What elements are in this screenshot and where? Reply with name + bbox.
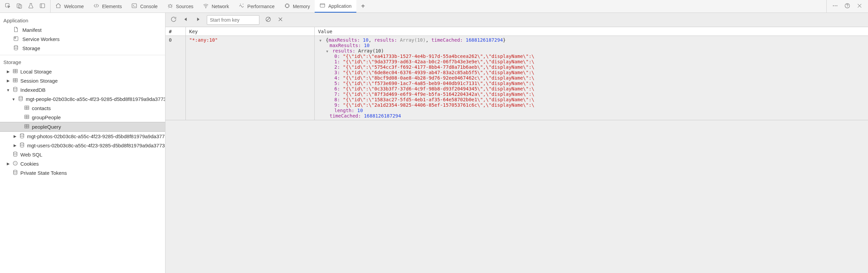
document-icon <box>13 26 19 34</box>
col-header-value[interactable]: Value <box>315 27 868 36</box>
tab-console[interactable]: Console <box>126 0 162 13</box>
bug-icon <box>167 3 173 10</box>
array-index: 1: <box>334 59 340 64</box>
devtools-tabbar: Welcome Elements Console Sources Network… <box>0 0 868 13</box>
prop-name: timeCached: <box>330 113 361 119</box>
tree-item-label: IndexedDB <box>20 87 45 93</box>
tabbar-left-group <box>0 0 51 13</box>
array-index: 8: <box>334 97 340 102</box>
value-length[interactable]: length: 10 <box>318 108 865 113</box>
array-value-string: "{\"id\":\"9da37739-ad63-42aa-b0c2-06f7b… <box>343 59 534 64</box>
array-value-string: "{\"id\":\"8bcf9d08-0ae8-4b28-9d76-92ee0… <box>343 75 534 81</box>
clear-icon[interactable] <box>265 16 272 24</box>
value-array-item[interactable]: 1: "{\"id\":\"9da37739-ad63-42aa-b0c2-06… <box>318 59 865 64</box>
tree-item-store-peoplequery[interactable]: peopleQuery <box>0 122 165 132</box>
tab-application-label: Application <box>328 3 352 9</box>
svg-point-28 <box>14 163 15 163</box>
value-results[interactable]: ▼ results: Array(10) <box>318 48 865 54</box>
tree-item-local-storage[interactable]: ▶ Local Storage <box>0 67 165 76</box>
tree-item-label: Local Storage <box>20 69 52 75</box>
sidebar-item-label: Service Workers <box>22 36 60 42</box>
sidebar-item-storage[interactable]: Storage <box>0 44 165 53</box>
sidebar-item-service-workers[interactable]: Service Workers <box>0 35 165 44</box>
database-icon <box>19 133 25 140</box>
tab-sources[interactable]: Sources <box>162 0 198 13</box>
add-tab-button[interactable]: + <box>356 2 370 10</box>
delete-icon[interactable] <box>277 16 284 24</box>
value-array-item[interactable]: 0: "{\"id\":\"ea41733b-1527-4e4b-917d-55… <box>318 54 865 59</box>
tree-item-indexeddb[interactable]: ▼ IndexedDB <box>0 85 165 94</box>
refresh-icon[interactable] <box>170 16 177 24</box>
comma: , <box>369 37 374 43</box>
value-array-item[interactable]: 9: "{\"id\":\"2a1d2354-9825-4406-85ef-15… <box>318 102 865 108</box>
tree-item-db-users[interactable]: ▶ mgt-users-02b03c8c-a55c-4f23-9285-d5bd… <box>0 141 165 150</box>
tab-memory[interactable]: Memory <box>279 0 315 13</box>
tree-item-db-photos[interactable]: ▶ mgt-photos-02b03c8c-a55c-4f23-9285-d5b… <box>0 132 165 141</box>
svg-rect-7 <box>285 4 289 7</box>
value-array-item[interactable]: 3: "{\"id\":\"6de8ec04-6376-4939-ab47-83… <box>318 70 865 75</box>
array-value-string: "{\"id\":\"5754cc3f-f692-4177-8bb4-77d8a… <box>343 64 534 70</box>
value-array-item[interactable]: 8: "{\"id\":\"1583ac27-5fd5-4eb1-af35-64… <box>318 97 865 102</box>
memory-icon <box>284 3 290 10</box>
table-header: # Key Value <box>165 27 868 36</box>
tree-item-label: peopleQuery <box>32 124 61 130</box>
col-header-key[interactable]: Key <box>186 27 315 36</box>
flask-icon[interactable] <box>28 3 34 10</box>
value-maxresults[interactable]: maxResults: 10 <box>318 43 865 48</box>
table-row[interactable]: 0 "*:any:10" ▼ {maxResults: 10, results:… <box>165 36 868 120</box>
tree-item-private-tokens[interactable]: Private State Tokens <box>0 168 165 177</box>
array-index: 6: <box>334 86 340 91</box>
tree-item-store-contacts[interactable]: contacts <box>0 104 165 113</box>
array-value-string: "{\"id\":\"0c33b3f7-37d6-4c9f-98b8-d93f2… <box>343 86 534 91</box>
prop-num: 1688126187294 <box>364 113 401 119</box>
value-array-item[interactable]: 4: "{\"id\":\"8bcf9d08-0ae8-4b28-9d76-92… <box>318 75 865 81</box>
tab-welcome[interactable]: Welcome <box>51 0 88 13</box>
svg-point-13 <box>847 7 848 7</box>
tree-item-session-storage[interactable]: ▶ Session Storage <box>0 76 165 85</box>
help-icon[interactable] <box>844 3 850 10</box>
tab-performance[interactable]: Performance <box>234 0 279 13</box>
tab-performance-label: Performance <box>248 4 275 9</box>
tree-item-web-sql[interactable]: Web SQL <box>0 150 165 159</box>
tree-item-store-grouppeople[interactable]: groupPeople <box>0 113 165 122</box>
value-array-item[interactable]: 5: "{\"id\":\"f573e690-1ac7-4a85-beb9-04… <box>318 81 865 86</box>
prop-num: 10 <box>357 108 363 113</box>
more-icon[interactable] <box>832 3 838 10</box>
device-toggle-icon[interactable] <box>16 3 22 10</box>
svg-point-26 <box>14 152 17 153</box>
svg-point-30 <box>15 164 16 165</box>
svg-point-27 <box>13 161 17 165</box>
value-array-item[interactable]: 6: "{\"id\":\"0c33b3f7-37d6-4c9f-98b8-d9… <box>318 86 865 91</box>
col-header-num[interactable]: # <box>165 27 186 36</box>
value-array-item[interactable]: 7: "{\"id\":\"87f3d469-e6f9-4f9e-b5fa-51… <box>318 91 865 97</box>
wifi-icon <box>203 3 209 10</box>
close-icon[interactable] <box>856 3 863 10</box>
brace: { <box>326 37 328 43</box>
database-icon <box>12 86 18 93</box>
value-summary[interactable]: ▼ {maxResults: 10, results: Array(10), t… <box>318 37 865 43</box>
table-icon <box>24 114 30 121</box>
tab-application[interactable]: Application <box>315 0 356 13</box>
array-index: 7: <box>334 91 340 97</box>
tab-network[interactable]: Network <box>198 0 234 13</box>
dock-icon[interactable] <box>39 3 45 10</box>
svg-point-29 <box>16 162 16 163</box>
value-items-container: 0: "{\"id\":\"ea41733b-1527-4e4b-917d-55… <box>318 54 865 108</box>
array-index: 2: <box>334 64 340 70</box>
inspect-icon[interactable] <box>5 3 11 10</box>
tab-elements[interactable]: Elements <box>88 0 126 13</box>
next-page-icon[interactable] <box>195 16 201 24</box>
svg-point-32 <box>14 170 17 172</box>
prop-num: 10 <box>363 37 369 43</box>
prev-page-icon[interactable] <box>182 16 189 24</box>
chevron-down-icon: ▼ <box>318 39 323 42</box>
key-string: "*:any:10" <box>189 37 218 43</box>
tree-item-cookies[interactable]: ▶ Cookies <box>0 159 165 168</box>
value-timecached[interactable]: timeCached: 1688126187294 <box>318 113 865 119</box>
start-from-key-input[interactable] <box>207 15 259 25</box>
prop-name: results: <box>374 37 400 43</box>
sidebar-item-manifest[interactable]: Manifest <box>0 25 165 35</box>
value-array-item[interactable]: 2: "{\"id\":\"5754cc3f-f692-4177-8bb4-77… <box>318 64 865 70</box>
tree-item-db-people[interactable]: ▼ mgt-people-02b03c8c-a55c-4f23-9285-d5b… <box>0 94 165 104</box>
table-icon <box>12 68 18 75</box>
